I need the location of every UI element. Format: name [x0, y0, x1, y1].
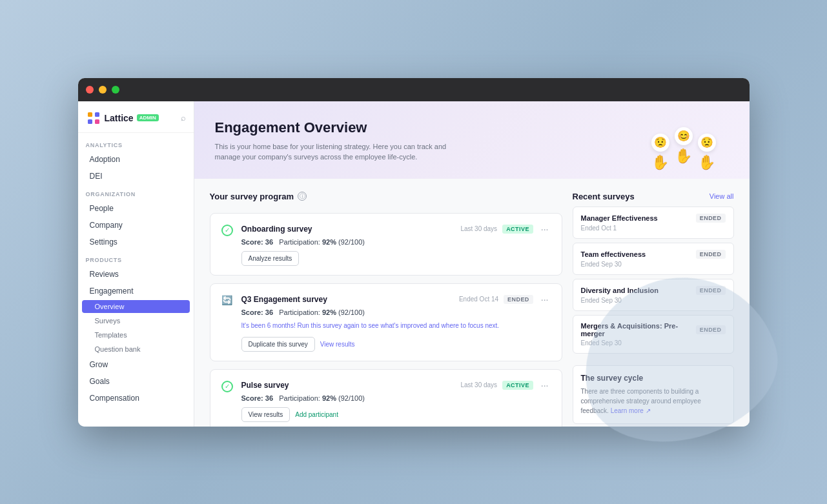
q3-badge: ENDED — [504, 295, 533, 304]
q3-title: Q3 Engagement survey — [241, 295, 454, 304]
duplicate-survey-button[interactable]: Duplicate this survey — [241, 337, 315, 352]
pulse-badge: ACTIVE — [502, 381, 533, 390]
hero-banner: Engagement Overview This is your home ba… — [194, 101, 750, 179]
face-emoji-2: 😊 — [675, 127, 693, 145]
onboarding-score: Score: 36 Participation: 92% (92/100) — [241, 238, 551, 246]
recent-item-title-1: Team effectiveness — [581, 250, 691, 258]
check-icon-onboarding: ✓ — [221, 225, 233, 236]
card-top-row-onboarding: Onboarding survey Last 30 days ACTIVE ··… — [241, 223, 551, 236]
reload-icon-q3: 🔄 — [221, 295, 233, 307]
face-emoji-3: 😟 — [698, 134, 716, 152]
recent-surveys-header: Recent surveys View all — [573, 192, 734, 201]
view-all-link[interactable]: View all — [710, 192, 734, 200]
card-top-row-pulse: Pulse survey Last 30 days ACTIVE ··· — [241, 379, 551, 392]
sidebar-subitem-surveys[interactable]: Surveys — [82, 314, 190, 327]
q3-meta: Ended Oct 14 — [459, 296, 498, 303]
onboarding-more-btn[interactable]: ··· — [538, 223, 551, 236]
hero-illustration: 😟 ✋ 😊 ✋ 😟 ✋ — [651, 119, 729, 171]
pulse-meta: Last 30 days — [460, 381, 497, 388]
recent-item-date-2: Ended Sep 30 — [581, 297, 726, 304]
recent-item-badge-3: ENDED — [696, 325, 726, 334]
onboarding-actions: Analyze results — [241, 251, 551, 266]
recent-item-top-3: Mergers & Acquisitions: Pre-merger ENDED — [581, 322, 726, 338]
sidebar-item-settings[interactable]: Settings — [82, 234, 190, 250]
hero-subtitle: This is your home base for your listenin… — [215, 141, 473, 163]
recent-survey-item-2[interactable]: Diversity and Inclusion ENDED Ended Sep … — [573, 279, 734, 311]
q3-note: It's been 6 months! Run this survey agai… — [241, 321, 551, 330]
lattice-logo: Lattice Admin — [86, 110, 159, 126]
sidebar-item-goals[interactable]: Goals — [82, 374, 190, 389]
recent-survey-item-1[interactable]: Team effectiveness ENDED Ended Sep 30 — [573, 243, 734, 275]
learn-more-link[interactable]: Learn more ↗ — [611, 407, 651, 414]
recent-survey-item-0[interactable]: Manager Effectiveness ENDED Ended Oct 1 — [573, 207, 734, 239]
recent-item-title-2: Diversity and Inclusion — [581, 287, 691, 294]
hero-text: Engagement Overview This is your home ba… — [215, 119, 651, 163]
traffic-light-yellow[interactable] — [99, 86, 107, 94]
survey-cycle-title: The survey cycle — [581, 374, 726, 383]
survey-card-pulse: ✓ Pulse survey Last 30 days ACTIVE ··· — [210, 369, 562, 427]
sidebar-subitem-overview[interactable]: Overview — [82, 300, 190, 313]
sidebar: Lattice Admin ⌕ ANALYTICS Adoption DEI O… — [78, 101, 194, 427]
main-content: Engagement Overview This is your home ba… — [194, 101, 750, 427]
sidebar-item-dei[interactable]: DEI — [82, 168, 190, 184]
q3-more-btn[interactable]: ··· — [538, 293, 551, 306]
info-icon[interactable]: ⓘ — [298, 192, 307, 201]
onboarding-badge: ACTIVE — [502, 225, 533, 234]
pulse-title: Pulse survey — [241, 381, 456, 390]
products-section-label: PRODUCTS — [78, 250, 194, 266]
survey-program-title: Your survey program — [210, 192, 294, 201]
sidebar-item-grow[interactable]: Grow — [82, 357, 190, 372]
analytics-section-label: ANALYTICS — [78, 136, 194, 151]
sidebar-item-company[interactable]: Company — [82, 217, 190, 233]
add-participant-button[interactable]: Add participant — [295, 411, 338, 418]
svg-rect-3 — [95, 119, 99, 124]
hand-emoji-3: 😟 ✋ — [698, 134, 716, 171]
view-results-link-q3[interactable]: View results — [320, 341, 355, 348]
sidebar-item-engagement[interactable]: Engagement — [82, 283, 190, 299]
card-top-row-q3: Q3 Engagement survey Ended Oct 14 ENDED … — [241, 293, 551, 306]
recent-surveys-title: Recent surveys — [573, 192, 635, 201]
left-column: Your survey program ⓘ ✓ Onboarding surve… — [210, 192, 562, 427]
browser-chrome — [78, 78, 750, 101]
organization-section-label: ORGANIZATION — [78, 185, 194, 200]
sidebar-subitem-templates[interactable]: Templates — [82, 328, 190, 341]
hand-emoji-1: 😟 ✋ — [651, 134, 669, 171]
right-column: Recent surveys View all Manager Effectiv… — [573, 192, 734, 427]
sidebar-item-adoption[interactable]: Adoption — [82, 152, 190, 167]
card-body-onboarding: Onboarding survey Last 30 days ACTIVE ··… — [241, 223, 551, 266]
sidebar-subitem-question-bank[interactable]: Question bank — [82, 343, 190, 356]
view-results-button-pulse[interactable]: View results — [241, 407, 291, 422]
recent-item-top-1: Team effectiveness ENDED — [581, 250, 726, 259]
sidebar-item-people[interactable]: People — [82, 201, 190, 216]
recent-item-top-0: Manager Effectiveness ENDED — [581, 214, 726, 223]
svg-rect-2 — [88, 119, 92, 124]
traffic-light-green[interactable] — [112, 86, 119, 94]
recent-item-badge-2: ENDED — [696, 286, 726, 295]
card-body-q3: Q3 Engagement survey Ended Oct 14 ENDED … — [241, 293, 551, 352]
traffic-light-red[interactable] — [86, 86, 94, 94]
sidebar-header: Lattice Admin ⌕ — [78, 101, 194, 133]
recent-item-date-3: Ended Sep 30 — [581, 339, 726, 347]
analyze-results-button[interactable]: Analyze results — [241, 251, 300, 266]
q3-actions: Duplicate this survey View results — [241, 337, 551, 352]
survey-program-header: Your survey program ⓘ — [210, 192, 562, 201]
pulse-more-btn[interactable]: ··· — [538, 379, 551, 392]
lattice-logo-icon — [86, 110, 101, 126]
survey-card-q3: 🔄 Q3 Engagement survey Ended Oct 14 ENDE… — [210, 283, 562, 361]
recent-item-badge-1: ENDED — [696, 250, 726, 259]
search-icon[interactable]: ⌕ — [181, 113, 186, 123]
hand-emoji-2: 😊 ✋ — [675, 127, 693, 165]
svg-rect-1 — [95, 112, 99, 117]
admin-badge: Admin — [137, 114, 159, 121]
sidebar-item-compensation[interactable]: Compensation — [82, 390, 190, 406]
card-body-pulse: Pulse survey Last 30 days ACTIVE ··· Sco… — [241, 379, 551, 422]
recent-item-badge-0: ENDED — [696, 214, 726, 223]
face-emoji-1: 😟 — [651, 134, 669, 152]
survey-cycle-text: There are three components to building a… — [581, 387, 726, 416]
sidebar-item-reviews[interactable]: Reviews — [82, 267, 190, 282]
survey-cycle-card: The survey cycle There are three compone… — [573, 365, 734, 424]
recent-survey-item-3[interactable]: Mergers & Acquisitions: Pre-merger ENDED… — [573, 315, 734, 354]
svg-rect-0 — [88, 112, 92, 117]
recent-item-top-2: Diversity and Inclusion ENDED — [581, 286, 726, 295]
onboarding-title: Onboarding survey — [241, 225, 456, 234]
